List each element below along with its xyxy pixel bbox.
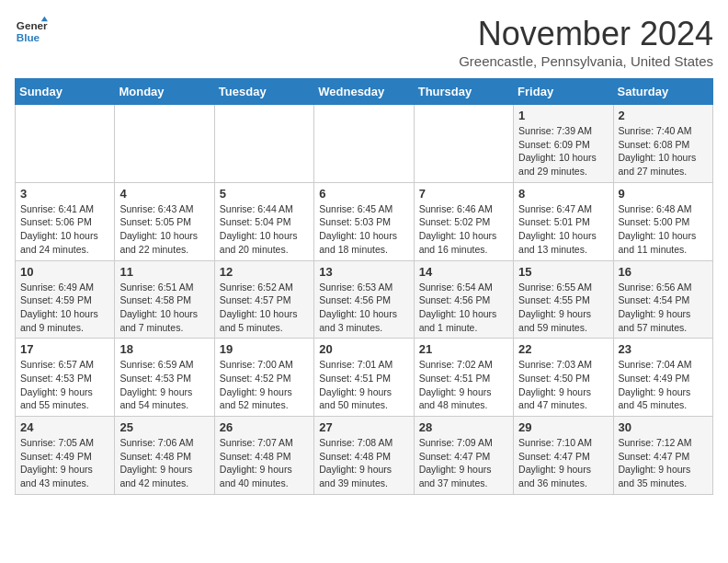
day-info: Sunrise: 6:51 AMSunset: 4:58 PMDaylight:… [119, 281, 209, 335]
calendar-cell: 9Sunrise: 6:48 AMSunset: 5:00 PMDaylight… [613, 182, 712, 260]
day-number: 13 [319, 265, 408, 279]
calendar-cell: 25Sunrise: 7:06 AMSunset: 4:48 PMDayligh… [115, 417, 214, 495]
calendar-cell [214, 105, 313, 183]
day-info: Sunrise: 7:03 AMSunset: 4:50 PMDaylight:… [518, 358, 608, 412]
day-number: 12 [220, 265, 309, 279]
location-title: Greencastle, Pennsylvania, United States [459, 53, 713, 69]
day-info: Sunrise: 6:44 AMSunset: 5:04 PMDaylight:… [220, 202, 309, 257]
calendar-cell: 10Sunrise: 6:49 AMSunset: 4:59 PMDayligh… [16, 260, 115, 339]
day-number: 29 [518, 420, 608, 434]
day-info: Sunrise: 7:07 AMSunset: 4:48 PMDaylight:… [220, 436, 309, 490]
day-number: 22 [518, 342, 608, 356]
day-number: 14 [419, 265, 508, 279]
weekday-header: Wednesday [314, 79, 414, 105]
calendar-cell: 26Sunrise: 7:07 AMSunset: 4:48 PMDayligh… [214, 417, 313, 495]
day-number: 16 [619, 265, 708, 279]
day-info: Sunrise: 6:49 AMSunset: 4:59 PMDaylight:… [20, 281, 109, 335]
calendar-cell: 17Sunrise: 6:57 AMSunset: 4:53 PMDayligh… [16, 339, 115, 417]
calendar-cell: 15Sunrise: 6:55 AMSunset: 4:55 PMDayligh… [514, 260, 613, 339]
weekday-header: Sunday [16, 79, 115, 105]
day-number: 18 [119, 342, 209, 356]
day-info: Sunrise: 7:06 AMSunset: 4:48 PMDaylight:… [119, 436, 209, 490]
calendar-cell: 30Sunrise: 7:12 AMSunset: 4:47 PMDayligh… [613, 417, 712, 495]
day-number: 17 [20, 342, 109, 356]
calendar-cell: 22Sunrise: 7:03 AMSunset: 4:50 PMDayligh… [514, 339, 613, 417]
day-number: 9 [619, 187, 708, 201]
day-number: 27 [319, 420, 408, 434]
calendar-cell: 27Sunrise: 7:08 AMSunset: 4:48 PMDayligh… [314, 417, 414, 495]
calendar-table: SundayMondayTuesdayWednesdayThursdayFrid… [15, 78, 713, 495]
calendar-cell: 11Sunrise: 6:51 AMSunset: 4:58 PMDayligh… [115, 260, 214, 339]
day-info: Sunrise: 7:05 AMSunset: 4:49 PMDaylight:… [20, 436, 109, 490]
day-number: 4 [119, 187, 209, 201]
calendar-cell: 23Sunrise: 7:04 AMSunset: 4:49 PMDayligh… [613, 339, 712, 417]
day-info: Sunrise: 7:04 AMSunset: 4:49 PMDaylight:… [619, 358, 708, 412]
day-number: 10 [20, 265, 109, 279]
calendar-cell: 20Sunrise: 7:01 AMSunset: 4:51 PMDayligh… [314, 339, 414, 417]
calendar-cell: 3Sunrise: 6:41 AMSunset: 5:06 PMDaylight… [16, 182, 115, 260]
day-info: Sunrise: 6:41 AMSunset: 5:06 PMDaylight:… [20, 202, 109, 257]
weekday-header: Friday [514, 79, 613, 105]
day-number: 15 [518, 265, 608, 279]
day-info: Sunrise: 7:01 AMSunset: 4:51 PMDaylight:… [319, 358, 408, 412]
svg-text:Blue: Blue [17, 31, 40, 43]
calendar-cell: 5Sunrise: 6:44 AMSunset: 5:04 PMDaylight… [214, 182, 313, 260]
day-info: Sunrise: 7:09 AMSunset: 4:47 PMDaylight:… [419, 436, 508, 490]
calendar-cell: 13Sunrise: 6:53 AMSunset: 4:56 PMDayligh… [314, 260, 414, 339]
weekday-header: Monday [115, 79, 214, 105]
day-info: Sunrise: 6:57 AMSunset: 4:53 PMDaylight:… [20, 358, 109, 412]
day-info: Sunrise: 7:12 AMSunset: 4:47 PMDaylight:… [619, 436, 708, 490]
calendar-cell: 19Sunrise: 7:00 AMSunset: 4:52 PMDayligh… [214, 339, 313, 417]
day-number: 1 [518, 109, 608, 122]
page-header: General Blue General Blue November 2024 … [15, 15, 713, 69]
day-number: 25 [119, 420, 209, 434]
calendar-cell: 2Sunrise: 7:40 AMSunset: 6:08 PMDaylight… [613, 105, 712, 183]
day-info: Sunrise: 6:59 AMSunset: 4:53 PMDaylight:… [119, 358, 209, 412]
calendar-cell: 1Sunrise: 7:39 AMSunset: 6:09 PMDaylight… [514, 105, 613, 183]
logo: General Blue General Blue [15, 15, 48, 48]
calendar-cell: 18Sunrise: 6:59 AMSunset: 4:53 PMDayligh… [115, 339, 214, 417]
weekday-header: Thursday [414, 79, 513, 105]
day-info: Sunrise: 7:00 AMSunset: 4:52 PMDaylight:… [220, 358, 309, 412]
day-info: Sunrise: 6:56 AMSunset: 4:54 PMDaylight:… [619, 281, 708, 335]
calendar-cell: 21Sunrise: 7:02 AMSunset: 4:51 PMDayligh… [414, 339, 513, 417]
day-info: Sunrise: 7:40 AMSunset: 6:08 PMDaylight:… [619, 124, 708, 178]
day-number: 26 [220, 420, 309, 434]
day-info: Sunrise: 6:54 AMSunset: 4:56 PMDaylight:… [419, 281, 508, 335]
day-number: 7 [419, 187, 508, 201]
month-title: November 2024 [459, 15, 713, 53]
day-info: Sunrise: 6:52 AMSunset: 4:57 PMDaylight:… [220, 281, 309, 335]
day-number: 5 [220, 187, 309, 201]
calendar-cell: 4Sunrise: 6:43 AMSunset: 5:05 PMDaylight… [115, 182, 214, 260]
day-info: Sunrise: 6:47 AMSunset: 5:01 PMDaylight:… [518, 202, 608, 257]
calendar-cell [115, 105, 214, 183]
day-number: 21 [419, 342, 508, 356]
day-info: Sunrise: 7:10 AMSunset: 4:47 PMDaylight:… [518, 436, 608, 490]
weekday-header: Saturday [613, 79, 712, 105]
day-number: 30 [619, 420, 708, 434]
day-info: Sunrise: 6:45 AMSunset: 5:03 PMDaylight:… [319, 202, 408, 257]
calendar-cell [16, 105, 115, 183]
day-info: Sunrise: 6:55 AMSunset: 4:55 PMDaylight:… [518, 281, 608, 335]
day-info: Sunrise: 7:08 AMSunset: 4:48 PMDaylight:… [319, 436, 408, 490]
calendar-cell: 8Sunrise: 6:47 AMSunset: 5:01 PMDaylight… [514, 182, 613, 260]
calendar-cell: 29Sunrise: 7:10 AMSunset: 4:47 PMDayligh… [514, 417, 613, 495]
title-block: November 2024 Greencastle, Pennsylvania,… [459, 15, 713, 69]
day-info: Sunrise: 6:48 AMSunset: 5:00 PMDaylight:… [619, 202, 708, 257]
day-number: 28 [419, 420, 508, 434]
calendar-cell: 12Sunrise: 6:52 AMSunset: 4:57 PMDayligh… [214, 260, 313, 339]
calendar-cell: 24Sunrise: 7:05 AMSunset: 4:49 PMDayligh… [16, 417, 115, 495]
day-number: 23 [619, 342, 708, 356]
weekday-header: Tuesday [214, 79, 313, 105]
day-info: Sunrise: 6:46 AMSunset: 5:02 PMDaylight:… [419, 202, 508, 257]
day-number: 20 [319, 342, 408, 356]
calendar-cell: 14Sunrise: 6:54 AMSunset: 4:56 PMDayligh… [414, 260, 513, 339]
day-number: 24 [20, 420, 109, 434]
calendar-cell: 16Sunrise: 6:56 AMSunset: 4:54 PMDayligh… [613, 260, 712, 339]
day-number: 19 [220, 342, 309, 356]
calendar-cell [414, 105, 513, 183]
day-info: Sunrise: 7:02 AMSunset: 4:51 PMDaylight:… [419, 358, 508, 412]
day-number: 2 [619, 109, 708, 122]
calendar-cell: 7Sunrise: 6:46 AMSunset: 5:02 PMDaylight… [414, 182, 513, 260]
calendar-cell [314, 105, 414, 183]
